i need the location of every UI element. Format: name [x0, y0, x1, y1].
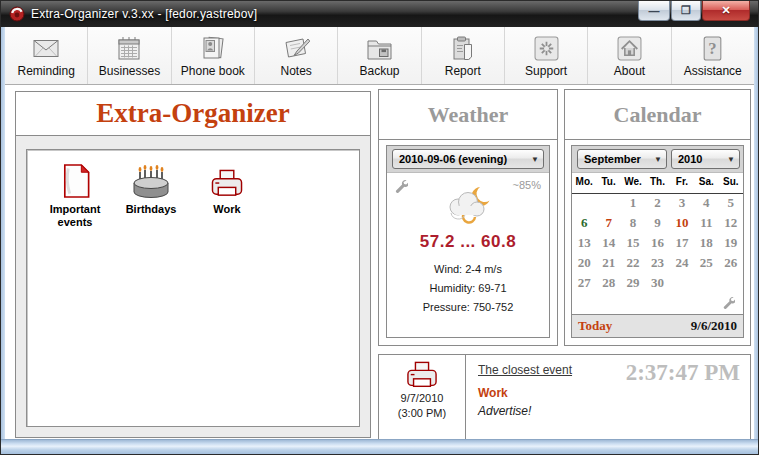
- maximize-button[interactable]: ❐: [671, 1, 701, 21]
- calendar-day-1[interactable]: 1: [621, 195, 645, 215]
- shortcuts-list[interactable]: Important eventsBirthdaysWork: [26, 149, 360, 427]
- month-value: September: [578, 153, 650, 165]
- calendar-day-21[interactable]: 21: [596, 255, 620, 275]
- backup-folder-icon: [366, 35, 393, 62]
- calendar-day-28[interactable]: 28: [596, 275, 620, 295]
- toolbar-button-phone-book[interactable]: Phone book: [172, 27, 255, 84]
- weekday-header: Su.: [719, 176, 743, 193]
- weather-stats: Wind: 2-4 m/s Humidity: 69-71 Pressure: …: [387, 260, 549, 317]
- calendar-day-22[interactable]: 22: [621, 255, 645, 275]
- calendar-toolbar: September ▼ 2010 ▼: [572, 146, 743, 173]
- event-note: Advertise!: [478, 404, 531, 418]
- humidity-value: Humidity: 69-71: [387, 279, 549, 298]
- cake-icon: [129, 158, 173, 200]
- calendar-settings-wrench-icon[interactable]: [722, 296, 735, 309]
- shortcuts-panel-header: Extra-Organizer: [16, 92, 370, 136]
- calendar-day-9[interactable]: 9: [645, 215, 669, 235]
- calendar-day-26[interactable]: 26: [719, 255, 743, 275]
- calendar-day-8[interactable]: 8: [621, 215, 645, 235]
- calendar-day-6[interactable]: 6: [572, 215, 596, 235]
- shortcut-work[interactable]: Work: [189, 158, 265, 229]
- year-select[interactable]: 2010 ▼: [671, 149, 740, 169]
- printer-icon: [405, 361, 439, 391]
- calendar-day-24[interactable]: 24: [670, 255, 694, 275]
- calendar-day-15[interactable]: 15: [621, 235, 645, 255]
- event-name[interactable]: Work: [478, 386, 508, 400]
- current-time-clock: 2:37:47 PM: [626, 360, 740, 386]
- toolbar-button-about[interactable]: About: [588, 27, 671, 84]
- minimize-button[interactable]: —: [638, 1, 670, 21]
- calendar-day-13[interactable]: 13: [572, 235, 596, 255]
- calendar-day-2[interactable]: 2: [645, 195, 669, 215]
- toolbar-button-label: Phone book: [181, 64, 245, 78]
- toolbar-button-notes[interactable]: Notes: [255, 27, 338, 84]
- toolbar-button-assistance[interactable]: ?Assistance: [672, 27, 754, 84]
- calendar-day-10[interactable]: 10: [670, 215, 694, 235]
- weekday-header: We.: [621, 176, 645, 193]
- calendar-day-3[interactable]: 3: [670, 195, 694, 215]
- wind-value: Wind: 2-4 m/s: [387, 260, 549, 279]
- toolbar-button-label: Notes: [280, 64, 311, 78]
- toolbar-button-reminding[interactable]: Reminding: [5, 27, 88, 84]
- weekday-header: Fr.: [670, 176, 694, 193]
- client-area: Extra-Organizer Important eventsBirthday…: [5, 85, 754, 440]
- today-date: 9/6/2010: [691, 318, 737, 334]
- toolbar-button-label: Support: [525, 64, 567, 78]
- report-icon: [451, 35, 474, 62]
- app-window: Extra-Organizer v.3.xx - [fedor.yastrebo…: [0, 0, 759, 455]
- shortcut-important-events[interactable]: Important events: [37, 158, 113, 229]
- weekday-header: Sa.: [694, 176, 718, 193]
- toolbar-button-label: Backup: [359, 64, 399, 78]
- shortcut-birthdays[interactable]: Birthdays: [113, 158, 189, 229]
- toolbar-button-label: Businesses: [99, 64, 160, 78]
- window-frame-bottom: [1, 439, 758, 454]
- chevron-down-icon: ▼: [527, 155, 543, 164]
- toolbar-button-backup[interactable]: Backup: [338, 27, 421, 84]
- weather-title: Weather: [428, 102, 509, 128]
- month-select[interactable]: September ▼: [577, 149, 667, 169]
- titlebar[interactable]: Extra-Organizer v.3.xx - [fedor.yastrebo…: [1, 1, 758, 27]
- today-label[interactable]: Today: [578, 318, 612, 334]
- closest-event-panel: 9/7/2010 (3:00 PM) The closest event Wor…: [378, 354, 751, 441]
- calendar-day-11[interactable]: 11: [694, 215, 718, 235]
- calendar-day-16[interactable]: 16: [645, 235, 669, 255]
- calendar-day-7[interactable]: 7: [596, 215, 620, 235]
- maximize-icon: ❐: [681, 4, 691, 17]
- pressure-value: Pressure: 750-752: [387, 298, 549, 317]
- question-icon: ?: [702, 35, 723, 62]
- calendar-day-23[interactable]: 23: [645, 255, 669, 275]
- weather-period-select[interactable]: 2010-09-06 (evening) ▼: [392, 149, 544, 169]
- calendar-day-5[interactable]: 5: [719, 195, 743, 215]
- weather-period-value: 2010-09-06 (evening): [393, 153, 527, 165]
- year-value: 2010: [672, 153, 723, 165]
- document-icon: [58, 158, 93, 200]
- chevron-down-icon: ▼: [723, 155, 739, 164]
- calendar-day-18[interactable]: 18: [694, 235, 718, 255]
- calendar-day-25[interactable]: 25: [694, 255, 718, 275]
- window-frame-right: [754, 27, 758, 440]
- close-button[interactable]: ✕: [702, 1, 750, 21]
- cloud-moon-icon: [387, 186, 549, 224]
- calendar-day-20[interactable]: 20: [572, 255, 596, 275]
- toolbar-button-businesses[interactable]: Businesses: [88, 27, 171, 84]
- calendar-panel: Calendar September ▼ 2010 ▼ Mo.Tu.We.Th.…: [564, 89, 751, 346]
- calendar-day-12[interactable]: 12: [719, 215, 743, 235]
- event-details: The closest event Work Advertise! 2:37:4…: [466, 355, 750, 440]
- calendar-day-4[interactable]: 4: [694, 195, 718, 215]
- calendar-day-14[interactable]: 14: [596, 235, 620, 255]
- support-icon: [534, 35, 559, 62]
- calendar-day-27[interactable]: 27: [572, 275, 596, 295]
- toolbar-button-label: Assistance: [684, 64, 742, 78]
- notes-icon: [282, 35, 310, 62]
- calendar-day-17[interactable]: 17: [670, 235, 694, 255]
- toolbar-button-label: Reminding: [17, 64, 74, 78]
- event-date: 9/7/2010: [401, 391, 444, 406]
- calendar-day-19[interactable]: 19: [719, 235, 743, 255]
- event-time: (3:00 PM): [398, 406, 446, 421]
- toolbar-button-report[interactable]: Report: [422, 27, 505, 84]
- shortcuts-row: Important eventsBirthdaysWork: [27, 150, 359, 229]
- app-title: Extra-Organizer: [96, 98, 289, 129]
- calendar-day-29[interactable]: 29: [621, 275, 645, 295]
- calendar-day-30[interactable]: 30: [645, 275, 669, 295]
- toolbar-button-support[interactable]: Support: [505, 27, 588, 84]
